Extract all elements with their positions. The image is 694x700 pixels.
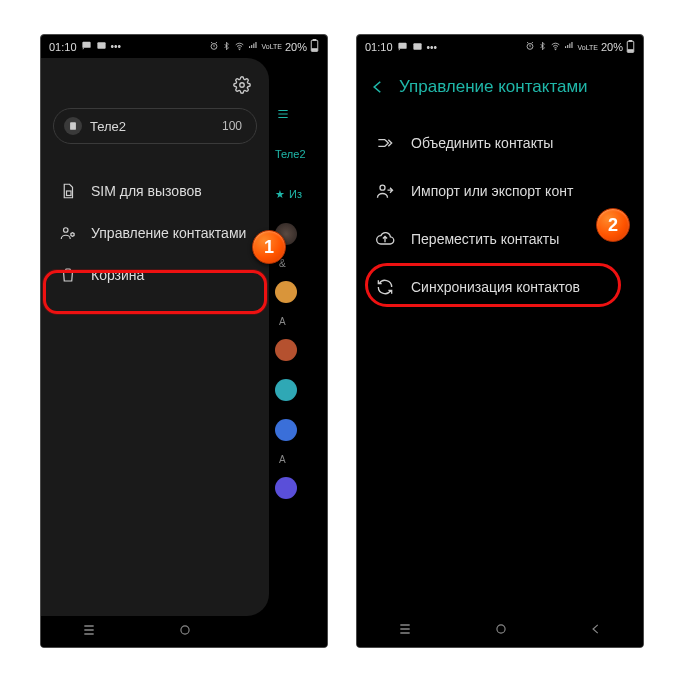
- android-navbar: [357, 615, 643, 647]
- chat-icon: [81, 40, 92, 53]
- item-label: Импорт или экспорт конт: [411, 183, 573, 199]
- page-header: Управление контактами: [357, 59, 643, 119]
- status-bar: 01:10 •••: [41, 35, 327, 58]
- item-label: Переместить контакты: [411, 231, 559, 247]
- battery-icon: [626, 40, 635, 55]
- section-a-cyr: А: [269, 312, 328, 330]
- phone-right: 01:10 •••: [356, 34, 644, 648]
- menu-sim-for-calls[interactable]: SIM для вызовов: [53, 170, 257, 212]
- svg-rect-6: [312, 49, 317, 51]
- sync-icon: [375, 277, 395, 297]
- avatar-5[interactable]: [269, 410, 328, 450]
- item-label: Синхронизация контактов: [411, 279, 580, 295]
- contacts-list-peek: Теле2 ★ Из & А A: [269, 82, 328, 640]
- wifi-icon: [234, 41, 245, 53]
- import-export-icon: [375, 181, 395, 201]
- avatar-3[interactable]: [269, 330, 328, 370]
- favorites-row: ★ Из: [269, 174, 328, 214]
- contacts-drawer: Теле2 100 SIM для вызовов Управление кон…: [41, 58, 269, 616]
- card-icon: [412, 41, 423, 54]
- sim-contact-count: 100: [222, 119, 242, 133]
- gear-icon[interactable]: [233, 76, 251, 94]
- avatar-2[interactable]: [269, 272, 328, 312]
- dots-icon: •••: [111, 41, 122, 52]
- avatar-6[interactable]: [269, 468, 328, 508]
- nav-recents[interactable]: [81, 622, 97, 642]
- chat-icon: [397, 41, 408, 54]
- carrier-label: Теле2: [269, 134, 328, 174]
- page-title: Управление контактами: [399, 77, 588, 97]
- svg-point-10: [64, 228, 69, 233]
- sim-icon: [64, 117, 82, 135]
- trash-icon: [59, 266, 77, 284]
- battery-icon: [310, 39, 319, 54]
- section-a-lat: A: [269, 450, 328, 468]
- item-move-contacts[interactable]: Переместить контакты: [365, 215, 635, 263]
- phone-left: 01:10 •••: [40, 34, 328, 648]
- svg-point-20: [380, 185, 385, 190]
- svg-point-7: [240, 83, 245, 88]
- callout-badge-1: 1: [252, 230, 286, 264]
- battery-percent: 20%: [601, 41, 623, 53]
- svg-rect-14: [413, 43, 421, 49]
- menu-label: Управление контактами: [91, 225, 246, 241]
- item-import-export[interactable]: Импорт или экспорт конт: [365, 167, 635, 215]
- svg-point-3: [240, 48, 241, 49]
- volte-label: VoLTE: [577, 44, 598, 51]
- nav-home[interactable]: [494, 622, 508, 640]
- signal-icon: [564, 41, 574, 53]
- menu-manage-contacts[interactable]: Управление контактами: [53, 212, 257, 254]
- svg-rect-18: [629, 40, 632, 41]
- status-bar: 01:10 •••: [357, 35, 643, 59]
- alarm-icon: [525, 41, 535, 53]
- svg-rect-9: [67, 191, 72, 196]
- bluetooth-icon: [538, 41, 547, 53]
- sim-name: Теле2: [90, 119, 126, 134]
- status-time: 01:10: [365, 41, 393, 53]
- svg-rect-5: [313, 39, 316, 40]
- menu-trash[interactable]: Корзина: [53, 254, 257, 296]
- wifi-icon: [550, 41, 561, 53]
- nav-recents[interactable]: [397, 621, 413, 641]
- bluetooth-icon: [222, 41, 231, 53]
- cloud-upload-icon: [375, 229, 395, 249]
- back-icon[interactable]: [369, 78, 387, 96]
- nav-home[interactable]: [178, 623, 192, 641]
- item-merge-contacts[interactable]: Объединить контакты: [365, 119, 635, 167]
- hamburger-icon[interactable]: [269, 94, 328, 134]
- svg-rect-13: [398, 42, 406, 48]
- merge-icon: [375, 133, 395, 153]
- volte-label: VoLTE: [261, 43, 282, 50]
- avatar-4[interactable]: [269, 370, 328, 410]
- dots-icon: •••: [427, 42, 438, 53]
- menu-label: SIM для вызовов: [91, 183, 202, 199]
- battery-percent: 20%: [285, 41, 307, 53]
- sim-selector[interactable]: Теле2 100: [53, 108, 257, 144]
- sim-card-icon: [59, 182, 77, 200]
- star-icon: ★: [275, 188, 285, 201]
- menu-label: Корзина: [91, 267, 144, 283]
- svg-point-12: [181, 625, 189, 633]
- svg-point-16: [556, 49, 557, 50]
- callout-badge-2: 2: [596, 208, 630, 242]
- alarm-icon: [209, 41, 219, 53]
- svg-rect-8: [70, 122, 76, 130]
- signal-icon: [248, 41, 258, 53]
- item-sync-contacts[interactable]: Синхронизация контактов: [365, 263, 635, 311]
- svg-rect-1: [97, 42, 105, 48]
- status-time: 01:10: [49, 41, 77, 53]
- nav-back[interactable]: [589, 622, 603, 640]
- manage-contacts-icon: [59, 224, 77, 242]
- item-label: Объединить контакты: [411, 135, 553, 151]
- svg-point-21: [497, 625, 505, 633]
- svg-rect-19: [628, 49, 633, 51]
- card-icon: [96, 40, 107, 53]
- svg-rect-0: [82, 42, 90, 48]
